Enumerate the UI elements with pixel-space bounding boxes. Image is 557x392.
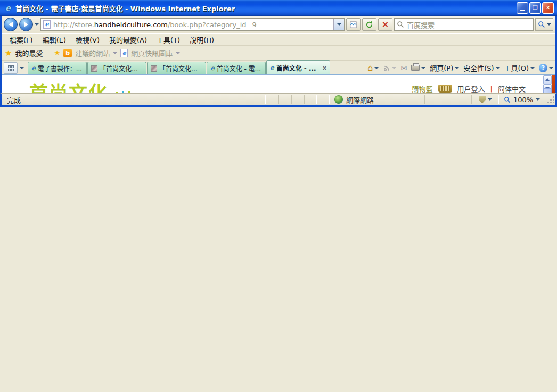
resize-grip[interactable]	[548, 95, 555, 104]
browser-viewport: 首尚文化 電 子 書 店 · 就 是 首 尚 文 化 購物籃 用戶登入 | 简体…	[2, 75, 555, 93]
logo-bars-icon	[112, 91, 134, 93]
tab-2[interactable]: 「首尚文化電...	[87, 62, 146, 74]
favorites-button[interactable]: 我的最愛	[15, 48, 43, 58]
suggested-sites-icon: b	[63, 49, 72, 57]
tab-bar: e電子書製作：... 「首尚文化電... 「首尚文化電... e首尚文化 - 電…	[2, 60, 555, 75]
login-link[interactable]: 用戶登入	[457, 84, 485, 93]
menu-help[interactable]: 說明(H)	[185, 34, 219, 46]
url-text: http://store.handheldculture.com/book.ph…	[53, 21, 333, 29]
command-bar: ⌂ ✉ 網頁(P) 安全性(S) 工具(O) ?	[367, 63, 553, 74]
header-links: 購物籃 用戶登入 | 简体中文	[412, 84, 526, 93]
search-go-icon	[538, 21, 545, 28]
shield-icon	[479, 96, 486, 104]
browser-window: e 首尚文化 - 電子書店·就是首尚文化 - Windows Internet …	[0, 0, 557, 392]
maximize-button[interactable]: ❐	[529, 2, 541, 14]
mail-button[interactable]: ✉	[400, 64, 407, 72]
vertical-scrollbar[interactable]	[543, 75, 552, 93]
tab-favicon	[91, 65, 97, 72]
tools-menu-button[interactable]: 工具(O)	[504, 63, 535, 73]
print-button[interactable]	[411, 65, 425, 71]
webslice-gallery-button[interactable]: 網頁快訊圖庫	[131, 48, 173, 58]
tab-favicon: e	[31, 65, 36, 72]
refresh-button[interactable]	[362, 18, 376, 31]
search-placeholder: 百度搜索	[407, 20, 435, 30]
window-title: 首尚文化 - 電子書店·就是首尚文化 - Windows Internet Ex…	[15, 3, 235, 13]
history-dropdown-icon[interactable]	[35, 23, 39, 26]
tab-4[interactable]: e首尚文化 - 電...	[207, 62, 266, 74]
compatibility-view-button[interactable]	[346, 18, 361, 31]
address-input[interactable]: e http://store.handheldculture.com/book.…	[40, 18, 345, 31]
cart-icon[interactable]	[438, 85, 452, 93]
help-button[interactable]: ?	[539, 64, 553, 72]
back-icon	[9, 22, 13, 27]
tab-favicon: e	[210, 65, 215, 72]
url-dropdown-button[interactable]	[333, 19, 344, 30]
menu-bar: 檔案(F) 編輯(E) 檢視(V) 我的最愛(A) 工具(T) 說明(H)	[2, 33, 555, 45]
status-bar: 完成 網際網路 100%	[0, 93, 557, 107]
favorites-bar: ★ 我的最愛 ★ b 建議的網站 e 網頁快訊圖庫	[2, 45, 555, 60]
menu-edit[interactable]: 編輯(E)	[38, 34, 71, 46]
printer-icon	[411, 65, 420, 71]
webslice-icon: e	[120, 49, 128, 57]
search-icon	[397, 21, 404, 28]
ie-logo-icon: e	[3, 3, 13, 13]
forward-button[interactable]	[19, 18, 33, 31]
search-go-button[interactable]	[535, 18, 553, 31]
quick-tabs-button[interactable]	[4, 62, 18, 74]
webpage: 首尚文化 電 子 書 店 · 就 是 首 尚 文 化 購物籃 用戶登入 | 简体…	[2, 75, 543, 93]
tab-1[interactable]: e電子書製作：...	[28, 62, 87, 74]
page-menu-button[interactable]: 網頁(P)	[430, 63, 459, 73]
home-icon: ⌂	[367, 63, 373, 73]
status-text: 完成	[2, 95, 266, 105]
menu-view[interactable]: 檢視(V)	[71, 34, 104, 46]
page-favicon: e	[43, 20, 51, 29]
safety-menu-button[interactable]: 安全性(S)	[463, 63, 499, 73]
protected-mode-button[interactable]	[471, 95, 499, 104]
right-edge-strip	[552, 75, 555, 93]
mail-icon: ✉	[400, 64, 407, 72]
rss-icon	[383, 64, 390, 72]
search-input[interactable]: 百度搜索	[394, 18, 534, 31]
scrollbar-thumb[interactable]	[543, 88, 552, 93]
cart-link[interactable]: 購物籃	[412, 84, 433, 93]
language-link[interactable]: 简体中文	[498, 84, 526, 93]
help-icon: ?	[539, 64, 547, 72]
security-zone: 網際網路	[330, 95, 424, 104]
minimize-button[interactable]: ▁	[517, 2, 528, 14]
suggested-sites-button[interactable]: 建議的網站	[75, 48, 110, 58]
menu-favorites[interactable]: 我的最愛(A)	[104, 34, 152, 46]
tab-favicon	[151, 65, 157, 72]
forward-icon	[24, 22, 28, 27]
home-button[interactable]: ⌂	[367, 63, 379, 73]
scroll-up-button[interactable]	[543, 75, 552, 84]
tab-3[interactable]: 「首尚文化電...	[147, 62, 206, 74]
tab-list-dropdown[interactable]	[18, 62, 26, 74]
site-logo[interactable]: 首尚文化 電 子 書 店 · 就 是 首 尚 文 化	[29, 84, 160, 93]
tab-favicon: e	[270, 64, 274, 71]
zoom-control[interactable]: 100%	[499, 95, 548, 104]
menu-file[interactable]: 檔案(F)	[5, 34, 38, 46]
address-bar: e http://store.handheldculture.com/book.…	[2, 16, 555, 33]
site-logo-title: 首尚文化	[29, 84, 108, 93]
menu-tools[interactable]: 工具(T)	[152, 34, 185, 46]
back-button[interactable]	[4, 18, 18, 31]
favorites-star-icon[interactable]: ★	[5, 48, 12, 58]
close-button[interactable]: ✕	[542, 2, 554, 14]
zoom-icon	[504, 96, 511, 103]
tab-close-icon[interactable]: x	[323, 64, 326, 71]
internet-globe-icon	[334, 95, 343, 104]
stop-button[interactable]: ×	[378, 18, 392, 31]
add-favorites-icon[interactable]: ★	[54, 49, 60, 57]
feeds-button[interactable]	[383, 64, 396, 72]
title-bar: e 首尚文化 - 電子書店·就是首尚文化 - Windows Internet …	[0, 0, 557, 16]
tab-5-active[interactable]: e首尚文化 - ...x	[266, 60, 330, 74]
